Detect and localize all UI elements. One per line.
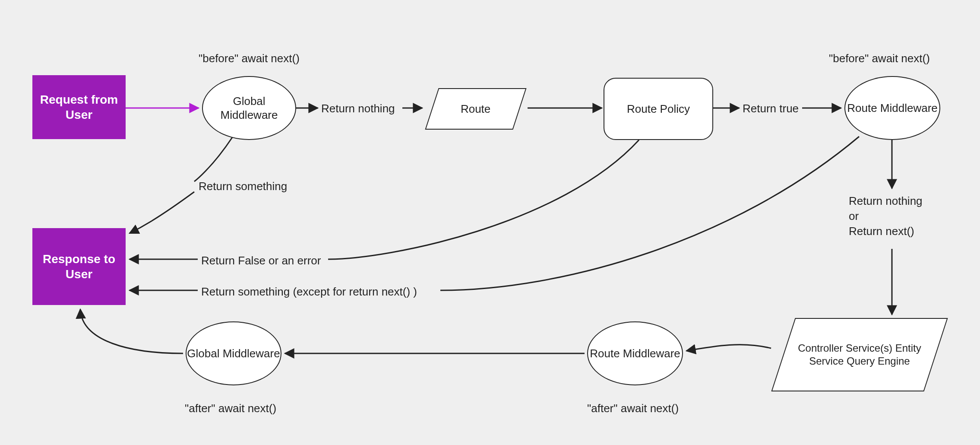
node-global-mw-after-label: Global Middleware [187,346,280,361]
label-before-await-1: "before" await next() [199,51,300,66]
edge-routemw-something-to-response [440,137,859,290]
node-controller-stack-label: Controller Service(s) Entity Service Que… [784,342,935,368]
node-route-mw-before-label: Route Middleware [847,101,938,115]
edge-globalmw-after-to-response [80,309,183,353]
node-route: Route [425,88,526,130]
label-return-something: Return something [199,179,287,194]
node-route-mw-before: Route Middleware [844,76,940,140]
edge-globalmw-return-something [194,137,232,181]
node-global-mw-before-label: Global Middleware [203,94,295,122]
edge-policy-false-to-response [328,140,639,259]
node-route-label: Route [461,102,490,116]
label-return-something-except: Return something (except for return next… [201,284,417,299]
label-after-await-global: "after" await next() [185,401,276,416]
node-response-label: Response to User [32,251,126,282]
node-response: Response to User [32,228,126,305]
node-request: Request from User [32,75,126,139]
label-return-nothing: Return nothing [321,101,395,116]
node-route-policy-label: Route Policy [627,102,690,116]
label-after-await-route: "after" await next() [587,401,679,416]
edge-controller-to-routemw-after [686,345,771,351]
label-before-await-2: "before" await next() [829,51,930,66]
node-route-mw-after: Route Middleware [587,321,683,385]
node-controller-stack: Controller Service(s) Entity Service Que… [771,318,948,391]
node-route-mw-after-label: Route Middleware [590,346,680,361]
label-return-nothing-or-next: Return nothing or Return next() [849,194,923,239]
node-global-mw-before: Global Middleware [202,76,296,140]
node-route-policy: Route Policy [604,78,713,140]
diagram-canvas: Request from User Response to User Globa… [0,0,980,445]
label-return-false-err: Return False or an error [201,253,321,268]
node-global-mw-after: Global Middleware [186,321,281,385]
node-request-label: Request from User [32,92,126,122]
label-return-true: Return true [743,101,799,116]
edge-return-something-to-response [130,192,194,233]
